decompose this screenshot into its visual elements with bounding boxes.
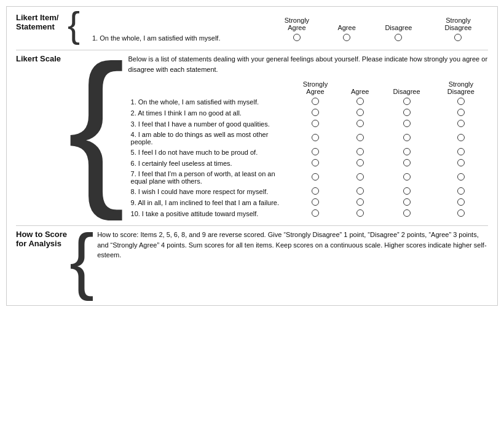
radio-circle[interactable] [312, 120, 319, 127]
radio-sa-scale-9[interactable] [290, 197, 341, 208]
radio-circle[interactable] [395, 34, 402, 41]
likert-scale-title: Likert Scale [16, 54, 65, 63]
radio-circle[interactable] [312, 109, 319, 116]
radio-sd-1[interactable] [428, 33, 488, 44]
radio-d-scale-6[interactable] [379, 158, 433, 169]
radio-a-scale-9[interactable] [341, 197, 379, 208]
radio-circle[interactable] [457, 187, 465, 195]
likert-scale-section: Likert Scale { Below is a list of statem… [16, 54, 488, 219]
radio-a-scale-2[interactable] [341, 107, 379, 119]
radio-circle[interactable] [457, 109, 465, 116]
radio-circle[interactable] [312, 148, 319, 155]
radio-d-scale-8[interactable] [379, 186, 433, 197]
radio-circle[interactable] [356, 159, 364, 166]
radio-sa-scale-2[interactable] [290, 107, 341, 119]
radio-circle[interactable] [457, 120, 465, 127]
radio-sa-scale-8[interactable] [290, 186, 341, 197]
radio-circle[interactable] [356, 187, 364, 195]
how-to-score-label: How to Score for Analysis { [16, 230, 97, 293]
radio-sd-scale-2[interactable] [434, 107, 488, 119]
radio-d-scale-2[interactable] [379, 107, 433, 119]
radio-circle[interactable] [457, 173, 465, 181]
radio-sd-scale-5[interactable] [434, 147, 488, 158]
radio-circle[interactable] [356, 148, 364, 155]
scale-row-text-5: 5. I feel I do not have much to be proud… [128, 147, 290, 158]
table-row: 6. I certainly feel useless at times. [128, 158, 488, 169]
radio-circle[interactable] [457, 98, 465, 105]
radio-circle[interactable] [457, 159, 465, 166]
radio-circle[interactable] [312, 98, 319, 105]
radio-d-scale-9[interactable] [379, 197, 433, 208]
radio-sd-scale-6[interactable] [434, 158, 488, 169]
radio-circle[interactable] [293, 34, 301, 41]
col-agree-scale: Agree [341, 79, 379, 96]
radio-circle[interactable] [356, 109, 364, 116]
radio-circle[interactable] [403, 198, 411, 206]
radio-sa-1[interactable] [269, 33, 325, 44]
how-to-score-section: How to Score for Analysis { How to score… [16, 230, 488, 293]
radio-circle[interactable] [312, 187, 319, 195]
radio-sd-scale-7[interactable] [434, 169, 488, 186]
col-agree-top: Agree [325, 15, 369, 33]
radio-circle[interactable] [312, 134, 319, 141]
radio-circle[interactable] [403, 187, 411, 195]
radio-a-scale-7[interactable] [341, 169, 379, 186]
brace-scale: { [68, 48, 125, 203]
radio-sa-scale-3[interactable] [290, 119, 341, 130]
radio-circle[interactable] [356, 98, 364, 105]
radio-a-scale-1[interactable] [341, 96, 379, 107]
radio-a-1[interactable] [325, 33, 369, 44]
radio-circle[interactable] [457, 198, 465, 206]
radio-sa-scale-5[interactable] [290, 147, 341, 158]
radio-sd-scale-4[interactable] [434, 130, 488, 147]
radio-circle[interactable] [356, 209, 364, 217]
radio-circle[interactable] [403, 98, 411, 105]
radio-sa-scale-7[interactable] [290, 169, 341, 186]
radio-sd-scale-9[interactable] [434, 197, 488, 208]
radio-d-scale-7[interactable] [379, 169, 433, 186]
brace-score: { [69, 227, 94, 293]
radio-circle[interactable] [312, 159, 319, 166]
radio-circle[interactable] [454, 34, 462, 41]
radio-sa-scale-10[interactable] [290, 208, 341, 219]
radio-circle[interactable] [403, 173, 411, 181]
radio-circle[interactable] [343, 34, 350, 41]
radio-circle[interactable] [403, 134, 411, 141]
radio-circle[interactable] [312, 198, 319, 206]
radio-d-scale-4[interactable] [379, 130, 433, 147]
radio-circle[interactable] [403, 120, 411, 127]
scale-instructions: Below is a list of statements dealing wi… [128, 54, 488, 74]
radio-circle[interactable] [356, 134, 364, 141]
radio-d-scale-5[interactable] [379, 147, 433, 158]
radio-circle[interactable] [403, 109, 411, 116]
radio-sd-scale-8[interactable] [434, 186, 488, 197]
radio-sa-scale-1[interactable] [290, 96, 341, 107]
radio-circle[interactable] [403, 148, 411, 155]
radio-circle[interactable] [312, 209, 319, 217]
radio-circle[interactable] [356, 120, 364, 127]
radio-a-scale-10[interactable] [341, 208, 379, 219]
radio-a-scale-5[interactable] [341, 147, 379, 158]
radio-a-scale-6[interactable] [341, 158, 379, 169]
radio-circle[interactable] [457, 209, 465, 217]
table-row: 3. I feel that I have a number of good q… [128, 119, 488, 130]
radio-sa-scale-4[interactable] [290, 130, 341, 147]
radio-circle[interactable] [312, 173, 319, 181]
radio-circle[interactable] [356, 198, 364, 206]
radio-d-scale-10[interactable] [379, 208, 433, 219]
radio-sd-scale-10[interactable] [434, 208, 488, 219]
radio-circle[interactable] [457, 148, 465, 155]
radio-circle[interactable] [403, 209, 411, 217]
radio-circle[interactable] [403, 159, 411, 166]
radio-sa-scale-6[interactable] [290, 158, 341, 169]
radio-a-scale-4[interactable] [341, 130, 379, 147]
radio-sd-scale-3[interactable] [434, 119, 488, 130]
radio-circle[interactable] [356, 173, 364, 181]
radio-d-1[interactable] [369, 33, 428, 44]
radio-a-scale-3[interactable] [341, 119, 379, 130]
radio-sd-scale-1[interactable] [434, 96, 488, 107]
radio-d-scale-3[interactable] [379, 119, 433, 130]
radio-d-scale-1[interactable] [379, 96, 433, 107]
radio-a-scale-8[interactable] [341, 186, 379, 197]
radio-circle[interactable] [457, 134, 465, 141]
